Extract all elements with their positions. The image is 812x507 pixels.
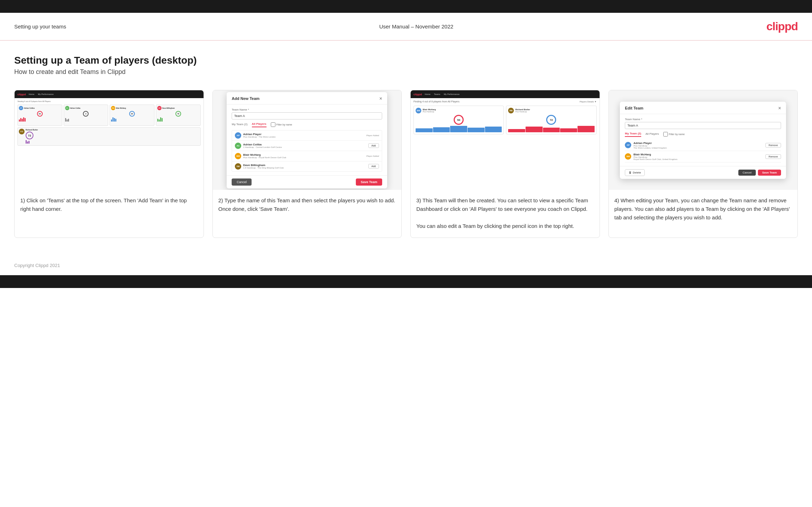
tdash-logo: clippd [413, 93, 422, 96]
header: Setting up your teams User Manual – Nove… [0, 13, 812, 41]
dash-filter-bar: Viewing 4 out of 8 players from All Play… [17, 100, 201, 102]
header-left: Setting up your teams [14, 23, 66, 30]
edit-save-team-button[interactable]: Save Team [758, 170, 781, 176]
dash-content: Viewing 4 out of 8 players from All Play… [15, 98, 204, 148]
edit-team-modal: Edit Team × Team Name * Team A My Team (… [620, 102, 786, 179]
edit-player-sub2-2: Royal North Devon Golf Club, United King… [633, 158, 677, 160]
card-3: clippd Home Teams My Performance Finding… [410, 90, 600, 238]
edit-modal-title: Edit Team [625, 106, 643, 110]
filter-checkbox[interactable] [271, 122, 275, 127]
save-team-button[interactable]: Save Team [356, 178, 382, 186]
player-sub-2: 1 Handicap · Central London Golf Centre [243, 146, 282, 148]
modal-tabs: My Team (2) All Players Filter by name [232, 122, 382, 127]
dashboard-mock: clippd Home My Performance Viewing 4 out… [15, 90, 204, 190]
player-badge-3: Player Added [366, 155, 379, 157]
player-mini-card-5: RB Richard Butler 72 [17, 127, 201, 146]
card-3-text1: 3) This Team will then be created. You c… [416, 196, 594, 213]
edit-team-name-label: Team Name * [625, 118, 781, 121]
tdash-content: Finding 4 out of 8 players from All Play… [411, 98, 600, 137]
player-sub-3: Plus Handicap · Royal North Devon Golf C… [243, 156, 286, 159]
edit-modal-body: Team Name * Team A My Team (2) All Playe… [620, 114, 786, 166]
filter-text: Viewing 4 out of 8 players from All Play… [17, 100, 51, 102]
tdash-player-cards: BM Blair McHarg Plus Handicap 94 [413, 106, 597, 134]
delete-team-button[interactable]: 🗑 Delete [625, 169, 645, 176]
edit-player-avatar-1: AP [625, 142, 631, 148]
player-mini-card-1: APAdrian Collins 84 [17, 105, 62, 126]
team-name-label: Team Name * [232, 108, 382, 111]
edit-player-sub2-1: The Shire London, United Kingdom [633, 147, 667, 149]
player-item-1: AP Adrian Player Plus Handicap · The Shi… [232, 130, 382, 141]
player-name-3: Blair McHarg [243, 153, 286, 156]
remove-player-btn-1[interactable]: Remove [765, 143, 781, 148]
team-dashboard-mock: clippd Home Teams My Performance Finding… [411, 90, 600, 190]
card-2-screenshot: Add New Team × Team Name * Team A My Tea… [213, 90, 402, 190]
page-subtitle: How to create and edit Teams in Clippd [14, 68, 798, 76]
edit-tab-my-team[interactable]: My Team (2) [625, 132, 641, 137]
player-sub-1: Plus Handicap · The Shire London [243, 136, 275, 138]
edit-modal-tabs: My Team (2) All Players Filter by name [625, 132, 781, 137]
edit-player-item-1: AP Adrian Player Plus Handicap The Shire… [625, 140, 781, 151]
tab-all-players[interactable]: All Players [252, 122, 267, 127]
player-name-2: Adrian Coliba [243, 143, 282, 146]
player-info-2: AC Adrian Coliba 1 Handicap · Central Lo… [235, 143, 282, 149]
player-item-4: DB Dave Billingham 1.9 Handicap · The Di… [232, 161, 382, 171]
cancel-button[interactable]: Cancel [232, 178, 252, 186]
add-player-btn-4[interactable]: Add [368, 164, 379, 169]
top-bar [0, 0, 812, 13]
edit-player-item-2: BM Blair McHarg Plus Handicap Royal Nort… [625, 151, 781, 162]
team-name-input[interactable]: Team A [232, 112, 382, 119]
card-3-text: 3) This Team will then be created. You c… [411, 190, 600, 238]
modal-title: Add New Team [232, 96, 259, 101]
player-info-1: AP Adrian Player Plus Handicap · The Shi… [235, 132, 275, 139]
tdash-player-1: BM Blair McHarg Plus Handicap 94 [413, 106, 504, 134]
card-4: Edit Team × Team Name * Team A My Team (… [608, 90, 798, 238]
player-name-4: Dave Billingham [243, 164, 284, 167]
edit-player-info-1: AP Adrian Player Plus Handicap The Shire… [625, 142, 667, 149]
edit-player-avatar-2: BM [625, 153, 631, 160]
card-1-text: 1) Click on 'Teams' at the top of the sc… [15, 190, 204, 238]
card-2-text: 2) Type the name of this Team and then s… [213, 190, 402, 238]
player-info-4: DB Dave Billingham 1.9 Handicap · The Di… [235, 163, 284, 170]
copyright: Copyright Clippd 2021 [14, 263, 60, 268]
modal-footer: Cancel Save Team [227, 175, 387, 188]
player-mini-card-4: DBDave Billingham 78 [156, 105, 201, 126]
edit-modal-header: Edit Team × [620, 102, 786, 114]
edit-filter-label: Filter by name [663, 132, 685, 137]
player-badge-1: Player Added [366, 134, 379, 137]
edit-team-name-input[interactable]: Team A [625, 122, 781, 129]
filter-by-name-label: Filter by name [271, 122, 292, 127]
trash-icon: 🗑 [629, 171, 632, 174]
tab-my-team[interactable]: My Team (2) [232, 123, 247, 127]
player-avatar-2: AC [235, 143, 241, 149]
edit-player-info-2: BM Blair McHarg Plus Handicap Royal Nort… [625, 153, 677, 160]
cards-row: clippd Home My Performance Viewing 4 out… [14, 90, 798, 238]
card-4-screenshot: Edit Team × Team Name * Team A My Team (… [609, 90, 798, 190]
player-name-1: Adrian Player [243, 133, 275, 136]
tdash-nav: Home Teams My Performance [425, 93, 460, 95]
player-avatar-4: DB [235, 163, 241, 170]
page-title: Setting up a Team of players (desktop) [14, 55, 798, 66]
player-info-3: BM Blair McHarg Plus Handicap · Royal No… [235, 153, 286, 159]
card-4-text: 4) When editing your Team, you can chang… [609, 190, 798, 238]
card-3-text2: You can also edit a Team by clicking the… [416, 222, 594, 230]
edit-modal-close-icon[interactable]: × [778, 105, 781, 111]
modal-close-icon[interactable]: × [379, 96, 382, 101]
card-1: clippd Home My Performance Viewing 4 out… [14, 90, 204, 238]
header-center: User Manual – November 2022 [379, 23, 453, 30]
tdash-topbar: clippd Home Teams My Performance [411, 90, 600, 98]
edit-cancel-button[interactable]: Cancel [738, 170, 756, 176]
card-1-screenshot: clippd Home My Performance Viewing 4 out… [15, 90, 204, 190]
dash-logo: clippd [17, 93, 26, 96]
edit-filter-checkbox[interactable] [663, 132, 668, 137]
modal-body: Team Name * Team A My Team (2) All Playe… [227, 105, 387, 175]
remove-player-btn-2[interactable]: Remove [765, 154, 781, 159]
add-player-btn-2[interactable]: Add [368, 143, 379, 148]
edit-footer-right: Cancel Save Team [738, 170, 781, 176]
edit-player-name-2: Blair McHarg [633, 153, 677, 156]
modal-header: Add New Team × [227, 92, 387, 105]
edit-tab-all-players[interactable]: All Players [645, 132, 659, 137]
player-mini-card-2: ACAdrian Coliba 0 [64, 105, 109, 126]
player-item-3: BM Blair McHarg Plus Handicap · Royal No… [232, 151, 382, 161]
add-team-modal: Add New Team × Team Name * Team A My Tea… [227, 92, 387, 188]
dash-nav-teams: My Performance [38, 93, 54, 95]
